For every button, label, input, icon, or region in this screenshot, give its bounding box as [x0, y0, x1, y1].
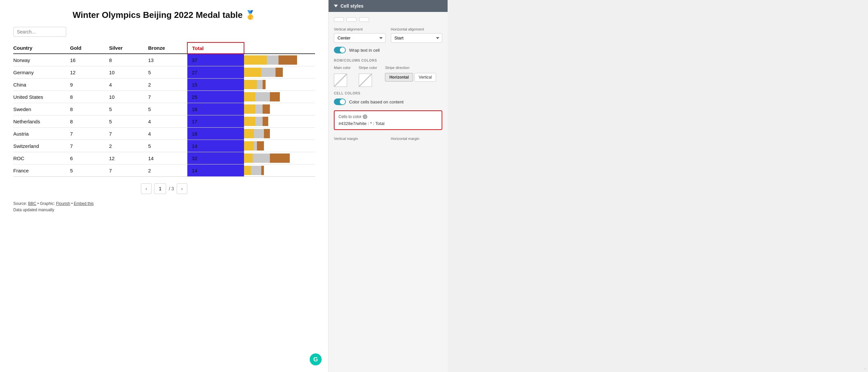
- bar-bronze: [279, 55, 297, 65]
- wrap-text-toggle[interactable]: [334, 47, 346, 53]
- cell-bar: [244, 66, 315, 79]
- col-header-bronze[interactable]: Bronze: [148, 42, 187, 54]
- strip-btn-2[interactable]: [346, 17, 356, 22]
- cell-silver: 5: [109, 115, 148, 128]
- cells-to-color-box: Cells to color i #4328e7/white : * : Tot…: [334, 111, 442, 130]
- bar-bronze: [264, 129, 270, 138]
- bar-bronze: [262, 104, 270, 114]
- bar-gold: [244, 129, 254, 138]
- horizontal-margin-label: Horizontal margin: [391, 136, 443, 141]
- cell-total: 15: [187, 79, 244, 91]
- bar-bronze: [262, 80, 266, 89]
- col-header-gold[interactable]: Gold: [70, 42, 109, 54]
- table-row: Switzerland72514: [13, 140, 315, 152]
- table-row: France57214: [13, 164, 315, 177]
- search-input[interactable]: [13, 27, 66, 37]
- main-color-item: Main color: [334, 66, 351, 87]
- info-icon[interactable]: i: [363, 114, 367, 119]
- flourish-badge[interactable]: G: [310, 353, 321, 365]
- col-header-bar: [244, 42, 315, 54]
- table-row: Netherlands85417: [13, 115, 315, 128]
- cell-silver: 7: [109, 164, 148, 177]
- cell-gold: 8: [70, 91, 109, 103]
- graphic-link[interactable]: Flourish: [56, 201, 70, 206]
- cell-country: Netherlands: [13, 115, 70, 128]
- vertical-btn[interactable]: Vertical: [414, 73, 436, 82]
- cell-gold: 8: [70, 115, 109, 128]
- cell-bar: [244, 54, 315, 66]
- bar-bronze: [257, 141, 264, 151]
- dir-btns: Horizontal Vertical: [385, 73, 436, 82]
- resize-handle[interactable]: ⌟: [864, 365, 866, 370]
- cell-bar: [244, 103, 315, 115]
- bar-gold: [244, 154, 253, 163]
- stripe-color-item: Stripe color: [359, 66, 377, 87]
- color-cells-toggle[interactable]: [334, 98, 346, 105]
- source-link[interactable]: BBC: [28, 201, 36, 206]
- bar-bronze: [262, 117, 268, 126]
- cell-gold: 9: [70, 79, 109, 91]
- cells-to-color-label-row: Cells to color i: [339, 114, 438, 119]
- cell-bronze: 13: [148, 54, 187, 66]
- data-note: Data updated manually: [13, 208, 54, 212]
- cell-bronze: 14: [148, 152, 187, 164]
- cell-gold: 7: [70, 128, 109, 140]
- bar-container: [244, 154, 304, 163]
- cell-silver: 7: [109, 128, 148, 140]
- cell-colors-section: CELL COLORS Color cells based on content…: [334, 92, 442, 130]
- panel-header: Cell styles: [329, 0, 447, 12]
- horizontal-margin-col: Horizontal margin: [391, 136, 443, 143]
- next-page-button[interactable]: ›: [177, 183, 187, 194]
- table-row: China94215: [13, 79, 315, 91]
- cell-silver: 4: [109, 79, 148, 91]
- bar-silver: [251, 166, 261, 175]
- vertical-alignment-select[interactable]: Center Top Bottom: [334, 33, 385, 43]
- cell-bronze: 2: [148, 79, 187, 91]
- strip-btn-3[interactable]: [359, 17, 369, 22]
- bar-silver: [254, 129, 264, 138]
- cell-total: 37: [187, 54, 244, 66]
- main-panel: Winter Olympics Beijing 2022 Medal table…: [0, 0, 328, 372]
- cell-country: United States: [13, 91, 70, 103]
- panel-content: Vertical alignment Center Top Bottom Hor…: [329, 12, 447, 372]
- prev-page-button[interactable]: ‹: [141, 183, 152, 194]
- bar-container: [244, 68, 304, 77]
- page-input[interactable]: [154, 183, 166, 194]
- table-row: Austria77418: [13, 128, 315, 140]
- bar-gold: [244, 68, 261, 77]
- bar-silver: [267, 55, 279, 65]
- strip-btn-1[interactable]: [334, 17, 344, 22]
- horizontal-alignment-col: Horizontal alignment Start Center End: [391, 27, 443, 43]
- horizontal-alignment-select[interactable]: Start Center End: [391, 33, 443, 43]
- cell-gold: 5: [70, 164, 109, 177]
- col-header-total[interactable]: Total: [187, 42, 244, 54]
- embed-link[interactable]: Embed this: [74, 201, 94, 206]
- bar-bronze: [261, 166, 264, 175]
- stripe-color-swatch[interactable]: [359, 73, 372, 87]
- bar-silver: [255, 117, 262, 126]
- bar-container: [244, 80, 304, 89]
- cell-total: 27: [187, 66, 244, 79]
- row-column-colors-header: ROW/COLUMN COLORS: [334, 59, 442, 62]
- bar-gold: [244, 92, 256, 101]
- stripe-direction-item: Stripe direction Horizontal Vertical: [385, 66, 436, 87]
- cell-gold: 7: [70, 140, 109, 152]
- collapse-icon: [334, 5, 338, 7]
- main-color-swatch[interactable]: [334, 73, 347, 87]
- bar-gold: [244, 166, 251, 175]
- col-header-country[interactable]: Country: [13, 42, 70, 54]
- color-row: Main color Stripe color Stripe direction…: [334, 66, 442, 87]
- cell-country: Austria: [13, 128, 70, 140]
- cell-bronze: 5: [148, 66, 187, 79]
- bullet1: • Graphic:: [37, 201, 56, 206]
- cell-bronze: 4: [148, 128, 187, 140]
- cell-country: Germany: [13, 66, 70, 79]
- cell-silver: 10: [109, 91, 148, 103]
- horizontal-btn[interactable]: Horizontal: [385, 73, 413, 82]
- cell-colors-header: CELL COLORS: [334, 92, 442, 95]
- cell-total: 14: [187, 164, 244, 177]
- cell-bronze: 5: [148, 140, 187, 152]
- col-header-silver[interactable]: Silver: [109, 42, 148, 54]
- bar-silver: [255, 104, 262, 114]
- footer: Source: BBC • Graphic: Flourish • Embed …: [13, 200, 315, 213]
